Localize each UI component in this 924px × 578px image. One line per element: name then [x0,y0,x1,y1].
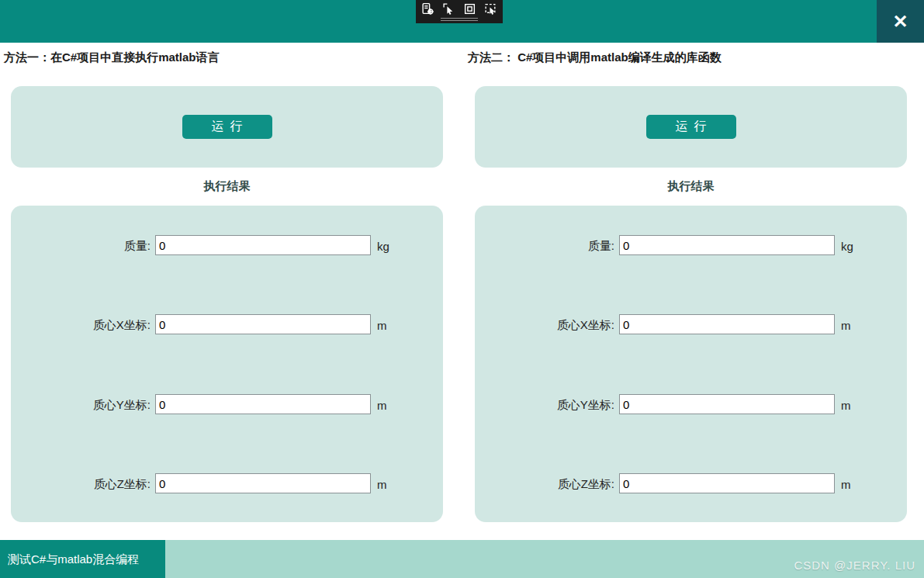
centroid-x-row: 质心X坐标: m [11,314,443,334]
mass-row: 质量: kg [475,235,907,255]
watermark-text: CSDN @JERRY. LIU [794,559,915,572]
centroid-z-label: 质心Z坐标: [475,473,614,495]
centroid-x-row: 质心X坐标: m [475,314,907,334]
cursor-select-icon[interactable] [442,2,455,16]
centroid-y-input[interactable] [155,394,371,414]
method-one-title: 方法一：在C#项目中直接执行matlab语言 [4,50,220,65]
region-select-icon[interactable] [484,2,497,16]
centroid-x-unit: m [377,314,387,337]
mass-row: 质量: kg [11,235,443,255]
method-one-run-button[interactable]: 运行 [182,115,272,139]
toolbar-drag-handle[interactable] [441,18,478,22]
taskbar-app-tab[interactable]: 测试C#与matlab混合编程 [0,540,165,578]
centroid-z-row: 质心Z坐标: m [475,473,907,493]
centroid-y-row: 质心Y坐标: m [475,394,907,414]
centroid-y-label: 质心Y坐标: [475,394,614,416]
method-two-result-title: 执行结果 [475,179,907,194]
method-two-results-panel: 质量: kg 质心X坐标: m 质心Y坐标: m 质心Z坐标: m [475,206,907,522]
centroid-y-unit: m [377,394,387,417]
footer-strip: 测试C#与matlab混合编程 CSDN @JERRY. LIU [0,540,924,578]
close-icon: ✕ [892,11,908,32]
close-button[interactable]: ✕ [877,0,924,43]
centroid-z-input[interactable] [155,473,371,493]
method-two-run-button[interactable]: 运行 [646,115,736,139]
mass-input[interactable] [155,235,371,255]
method-one-section: 方法一：在C#项目中直接执行matlab语言 运行 执行结果 质量: kg 质心… [0,43,462,539]
method-one-results-panel: 质量: kg 质心X坐标: m 质心Y坐标: m 质心Z坐标: m [11,206,443,522]
centroid-x-label: 质心X坐标: [475,314,614,336]
centroid-z-unit: m [841,473,851,497]
method-two-section: 方法二： C#项目中调用matlab编译生成的库函数 运行 执行结果 质量: k… [464,43,924,539]
mass-unit: kg [841,235,853,258]
mass-unit: kg [377,235,389,258]
ocr-capture-icon[interactable] [421,2,434,16]
method-two-run-panel: 运行 [475,86,907,168]
centroid-z-input[interactable] [619,473,835,493]
app-window: ✕ 方法一：在C#项目中直接执行matlab语言 运行 [0,0,924,578]
mass-label: 质量: [11,235,151,257]
centroid-y-row: 质心Y坐标: m [11,394,443,414]
centroid-x-unit: m [841,314,851,337]
capture-toolbar [416,0,503,23]
window-rect-icon[interactable] [463,2,476,16]
centroid-y-unit: m [841,394,851,417]
method-one-run-panel: 运行 [11,86,443,168]
centroid-z-unit: m [377,473,387,497]
centroid-x-input[interactable] [155,314,371,334]
centroid-x-input[interactable] [619,314,835,334]
centroid-z-row: 质心Z坐标: m [11,473,443,493]
centroid-y-input[interactable] [619,394,835,414]
centroid-z-label: 质心Z坐标: [11,473,151,495]
centroid-x-label: 质心X坐标: [11,314,151,336]
mass-input[interactable] [619,235,835,255]
centroid-y-label: 质心Y坐标: [11,394,151,416]
mass-label: 质量: [475,235,614,257]
method-two-title: 方法二： C#项目中调用matlab编译生成的库函数 [468,50,722,65]
method-one-result-title: 执行结果 [11,179,443,194]
